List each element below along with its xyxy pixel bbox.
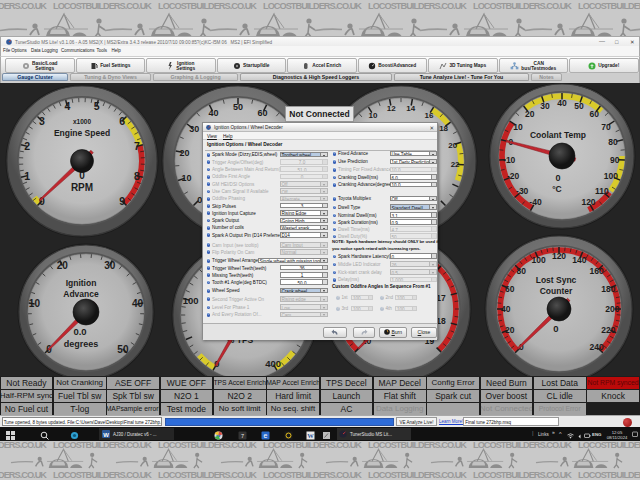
svg-text:50: 50 <box>574 101 584 111</box>
svg-text:LOCOSTBUILDERS.CO.UK: LOCOSTBUILDERS.CO.UK <box>158 470 257 480</box>
svg-text:0: 0 <box>553 323 558 334</box>
svg-text:100: 100 <box>604 171 618 181</box>
svg-text:200: 200 <box>605 304 619 314</box>
svg-text:18: 18 <box>439 124 448 133</box>
svg-text:degrees: degrees <box>64 339 99 349</box>
svg-text:LOCOSTBUILDERS.CO.UK: LOCOSTBUILDERS.CO.UK <box>368 1 467 11</box>
svg-text:Ignition: Ignition <box>66 278 97 288</box>
svg-text:120: 120 <box>552 251 566 261</box>
svg-text:0.0: 0.0 <box>73 326 86 337</box>
svg-text:70: 70 <box>601 122 611 132</box>
svg-text:6: 6 <box>119 115 125 127</box>
svg-text:LOCOSTBUILDERS.CO.UK: LOCOSTBUILDERS.CO.UK <box>473 440 572 450</box>
svg-text:10: 10 <box>29 298 41 309</box>
svg-text:30: 30 <box>189 124 199 134</box>
svg-text:30: 30 <box>104 260 116 271</box>
svg-text:120: 120 <box>581 197 595 207</box>
svg-text:x1000: x1000 <box>73 118 91 125</box>
svg-text:20: 20 <box>57 260 69 271</box>
svg-text:LOCOSTBUILDERS.CO.UK: LOCOSTBUILDERS.CO.UK <box>53 440 152 450</box>
svg-text:W: W <box>103 432 109 438</box>
svg-text:100: 100 <box>183 295 199 306</box>
svg-text:9: 9 <box>119 195 125 207</box>
svg-text:400: 400 <box>265 358 281 369</box>
svg-text:20: 20 <box>505 325 515 335</box>
svg-text:80: 80 <box>517 266 527 276</box>
svg-text:e: e <box>264 432 268 439</box>
svg-text:-30: -30 <box>516 186 529 196</box>
svg-text:60: 60 <box>505 284 515 294</box>
svg-text:LOCOSTBUILDERS.CO.UK: LOCOSTBUILDERS.CO.UK <box>578 470 640 480</box>
svg-text:LOCOSTBUILDERS.CO.UK: LOCOSTBUILDERS.CO.UK <box>158 1 257 11</box>
svg-text:-40: -40 <box>529 197 542 207</box>
svg-text:4: 4 <box>64 100 70 112</box>
svg-text:16: 16 <box>425 111 434 120</box>
svg-text:80: 80 <box>608 137 618 147</box>
svg-text:LOCOSTBUILDERS.CO.UK: LOCOSTBUILDERS.CO.UK <box>0 440 47 450</box>
svg-text:40: 40 <box>557 98 567 108</box>
svg-text:7: 7 <box>241 433 244 439</box>
svg-text:12: 12 <box>387 104 396 113</box>
svg-text:Lost Sync: Lost Sync <box>536 275 577 285</box>
svg-text:LOCOSTBUILDERS.CO.UK: LOCOSTBUILDERS.CO.UK <box>0 1 47 11</box>
svg-text:LOCOSTBUILDERS.CO.UK: LOCOSTBUILDERS.CO.UK <box>263 470 362 480</box>
svg-text:LOCOSTBUILDERS.CO.UK: LOCOSTBUILDERS.CO.UK <box>158 440 257 450</box>
svg-text:3: 3 <box>39 115 45 127</box>
svg-text:10: 10 <box>181 173 191 183</box>
svg-text:LOCOSTBUILDERS.CO.UK: LOCOSTBUILDERS.CO.UK <box>578 440 640 450</box>
svg-text:0: 0 <box>555 173 560 183</box>
svg-text:40: 40 <box>132 298 144 309</box>
svg-text:8: 8 <box>134 170 140 182</box>
svg-text:7: 7 <box>134 140 140 152</box>
svg-text:LOCOSTBUILDERS.CO.UK: LOCOSTBUILDERS.CO.UK <box>368 440 467 450</box>
svg-text:160: 160 <box>590 266 604 276</box>
svg-text:-10: -10 <box>503 155 516 165</box>
svg-text:140: 140 <box>572 255 586 265</box>
svg-text:LOCOSTBUILDERS.CO.UK: LOCOSTBUILDERS.CO.UK <box>263 440 362 450</box>
svg-text:20: 20 <box>179 148 189 158</box>
svg-text:90: 90 <box>610 155 620 165</box>
svg-text:14: 14 <box>406 104 415 113</box>
svg-text:-20: -20 <box>507 171 520 181</box>
svg-text:240: 240 <box>590 342 604 352</box>
svg-text:°C: °C <box>552 184 562 194</box>
svg-text:30: 30 <box>540 101 550 111</box>
svg-text:LOCOSTBUILDERS.CO.UK: LOCOSTBUILDERS.CO.UK <box>368 470 467 480</box>
svg-text:LOCOSTBUILDERS.CO.UK: LOCOSTBUILDERS.CO.UK <box>473 470 572 480</box>
svg-text:LOCOSTBUILDERS.CO.UK: LOCOSTBUILDERS.CO.UK <box>263 1 362 11</box>
svg-text:Counter: Counter <box>540 286 573 296</box>
svg-text:20: 20 <box>448 141 457 150</box>
svg-text:LOCOSTBUILDERS.CO.UK: LOCOSTBUILDERS.CO.UK <box>53 1 152 11</box>
svg-text:LOCOSTBUILDERS.CO.UK: LOCOSTBUILDERS.CO.UK <box>578 1 640 11</box>
svg-text:10: 10 <box>513 122 523 132</box>
svg-text:60: 60 <box>589 109 599 119</box>
svg-text:RPM: RPM <box>71 182 93 193</box>
svg-text:180: 180 <box>601 284 615 294</box>
svg-text:20: 20 <box>525 109 535 119</box>
svg-text:2: 2 <box>24 140 30 152</box>
svg-text:50: 50 <box>117 344 129 355</box>
svg-text:10: 10 <box>369 111 378 120</box>
svg-text:40: 40 <box>501 304 511 314</box>
svg-text:Coolant Temp: Coolant Temp <box>530 130 586 140</box>
svg-text:Advance: Advance <box>63 289 99 299</box>
svg-text:5: 5 <box>94 100 100 112</box>
svg-text:40: 40 <box>208 108 218 118</box>
svg-text:LOCOSTBUILDERS.CO.UK: LOCOSTBUILDERS.CO.UK <box>53 470 152 480</box>
svg-text:Engine Speed: Engine Speed <box>54 128 110 138</box>
svg-text:220: 220 <box>601 325 615 335</box>
svg-text:100: 100 <box>532 255 546 265</box>
svg-text:1: 1 <box>24 170 30 182</box>
svg-text:50: 50 <box>233 102 243 112</box>
svg-text:60: 60 <box>258 108 268 118</box>
svg-text:110: 110 <box>595 186 609 196</box>
svg-text:LOCOSTBUILDERS.CO.UK: LOCOSTBUILDERS.CO.UK <box>473 1 572 11</box>
svg-text:W: W <box>307 432 314 439</box>
svg-text:22: 22 <box>451 160 460 169</box>
svg-text:LOCOSTBUILDERS.CO.UK: LOCOSTBUILDERS.CO.UK <box>0 470 47 480</box>
